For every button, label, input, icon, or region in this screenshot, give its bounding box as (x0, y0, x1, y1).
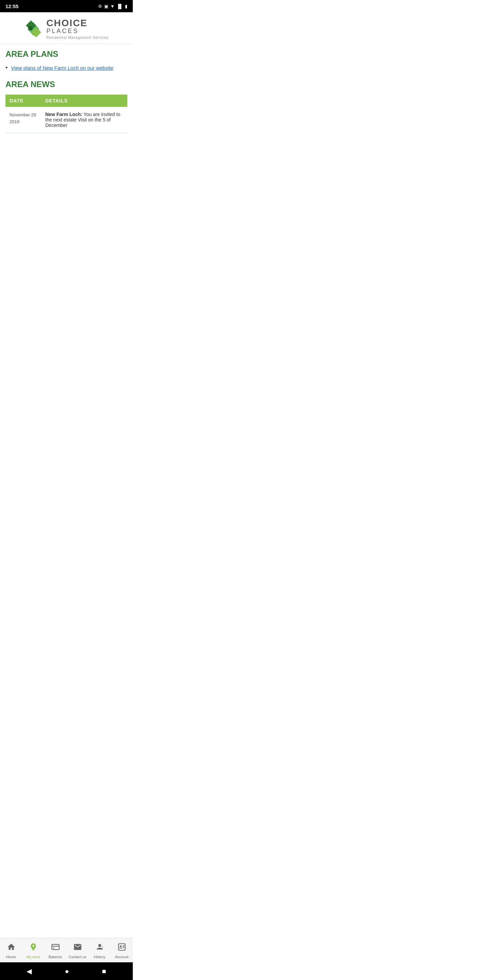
svg-point-7 (98, 944, 101, 947)
home-button[interactable]: ● (65, 967, 69, 975)
svg-rect-10 (119, 948, 122, 948)
svg-rect-8 (118, 943, 125, 950)
logo-text: CHOICE PLACES Residential Management Ser… (46, 18, 108, 40)
news-table-header: DATE DETAILS (5, 95, 127, 107)
my-area-nav-label: My area (27, 955, 40, 959)
contact-us-nav-label: Contact us (69, 955, 86, 959)
plans-list-item: • View plans of New Farm Loch on our web… (5, 64, 127, 72)
contact-us-nav-icon (73, 943, 82, 953)
signal-icon: ▐▌ (117, 4, 123, 9)
android-bar: ◀ ● ■ (0, 962, 133, 980)
account-nav-icon (118, 943, 126, 953)
bullet-icon: • (5, 64, 8, 72)
wifi-icon: ▼ (110, 4, 115, 9)
news-table-row: November 29 2019New Farm Loch: You are i… (5, 107, 127, 133)
logo-places: PLACES (46, 28, 108, 35)
plans-list: • View plans of New Farm Loch on our web… (5, 64, 127, 72)
news-table-body: November 29 2019New Farm Loch: You are i… (5, 107, 127, 133)
account-nav-label: Account (115, 955, 129, 959)
logo-choice: CHOICE (46, 18, 108, 28)
my-area-nav-icon (29, 943, 38, 953)
content-spacer (5, 133, 127, 303)
nav-item-home[interactable]: Home (0, 943, 22, 959)
nav-item-my-area[interactable]: My area (22, 943, 44, 959)
date-header: DATE (5, 95, 41, 107)
home-nav-icon (7, 943, 16, 953)
nav-item-history[interactable]: History (89, 943, 111, 959)
news-header-row: DATE DETAILS (5, 95, 127, 107)
bottom-nav: HomeMy areaBalanceContact usHistoryAccou… (0, 938, 133, 962)
sim-icon: ▣ (104, 4, 108, 9)
logo-container: CHOICE PLACES Residential Management Ser… (24, 18, 108, 40)
balance-nav-label: Balance (49, 955, 62, 959)
logo-icon (24, 19, 43, 39)
back-button[interactable]: ◀ (27, 967, 32, 975)
news-table: DATE DETAILS November 29 2019New Farm Lo… (5, 95, 127, 133)
recent-button[interactable]: ■ (102, 967, 106, 975)
status-icons: ⚙ ▣ ▼ ▐▌ ▮ (98, 4, 127, 9)
svg-rect-4 (52, 944, 59, 950)
logo-subtitle: Residential Management Services (46, 36, 108, 40)
history-nav-label: History (94, 955, 105, 959)
svg-point-9 (120, 945, 121, 947)
svg-rect-6 (53, 948, 54, 948)
svg-rect-3 (28, 26, 32, 30)
details-header: DETAILS (41, 95, 127, 107)
settings-icon: ⚙ (98, 4, 102, 9)
home-nav-label: Home (6, 955, 16, 959)
battery-icon: ▮ (125, 4, 127, 9)
news-section: AREA NEWS DATE DETAILS November 29 2019N… (5, 80, 127, 133)
news-bold-text: New Farm Loch: (45, 111, 82, 117)
svg-rect-12 (123, 946, 124, 947)
status-bar: 12:55 ⚙ ▣ ▼ ▐▌ ▮ (0, 0, 133, 12)
nav-item-account[interactable]: Account (111, 943, 133, 959)
nav-item-balance[interactable]: Balance (44, 943, 66, 959)
area-plans-title: AREA PLANS (5, 49, 127, 59)
balance-nav-icon (51, 943, 60, 953)
news-details-cell: New Farm Loch: You are invited to the ne… (41, 107, 127, 133)
status-time: 12:55 (5, 3, 18, 9)
news-date-cell: November 29 2019 (5, 107, 41, 133)
nav-item-contact-us[interactable]: Contact us (66, 943, 89, 959)
plans-link[interactable]: View plans of New Farm Loch on our websi… (11, 64, 113, 72)
history-nav-icon (95, 943, 104, 953)
svg-rect-11 (123, 945, 124, 946)
area-news-title: AREA NEWS (5, 80, 127, 89)
app-header: CHOICE PLACES Residential Management Ser… (0, 12, 133, 44)
main-content: AREA PLANS • View plans of New Farm Loch… (0, 44, 133, 304)
svg-rect-13 (123, 947, 124, 948)
